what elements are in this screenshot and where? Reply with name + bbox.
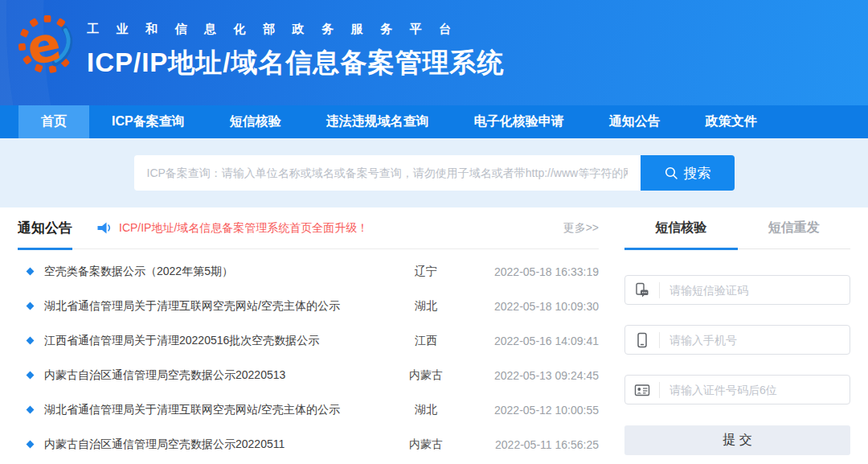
notice-row[interactable]: 江西省通信管理局关于清理20220516批次空壳数据公示 江西 2022-05-… <box>18 323 599 358</box>
notice-row[interactable]: 空壳类备案数据公示（2022年第5期） 辽宁 2022-05-18 16:33:… <box>18 254 599 289</box>
nav-item-e-verify-apply[interactable]: 电子化核验申请 <box>452 105 587 138</box>
mobile-phone-icon <box>625 332 659 348</box>
diamond-bullet-icon <box>27 268 35 276</box>
sms-verify-panel: 短信核验 短信重发 <box>624 207 850 462</box>
id-card-icon <box>625 382 659 398</box>
submit-button[interactable]: 提 交 <box>624 425 850 455</box>
nav-item-sms-verify[interactable]: 短信核验 <box>207 105 304 138</box>
sms-code-field <box>624 275 850 305</box>
sms-form: 提 交 <box>624 249 850 455</box>
notice-item-datetime: 2022-05-11 16:56:25 <box>470 438 599 451</box>
sms-tabs: 短信核验 短信重发 <box>624 207 850 249</box>
notice-row[interactable]: 内蒙古自治区通信管理局空壳数据公示20220511 内蒙古 2022-05-11… <box>18 427 599 462</box>
notice-item-province: 湖北 <box>382 299 470 314</box>
sms-code-input[interactable] <box>660 284 850 297</box>
platform-name: 工业和信息化部政务服务平台 <box>87 22 505 37</box>
announcement-banner[interactable]: ICP/IP地址/域名信息备案管理系统首页全面升级！ <box>96 221 368 236</box>
notice-section-title: 通知公告 <box>18 207 72 250</box>
notice-module: 通知公告 ICP/IP地址/域名信息备案管理系统首页全面升级！ 更多>> 空壳类… <box>18 207 599 462</box>
id-number-input[interactable] <box>660 384 850 396</box>
notice-item-title[interactable]: 空壳类备案数据公示（2022年第5期） <box>44 265 382 279</box>
notice-item-datetime: 2022-05-13 09:24:45 <box>470 369 599 382</box>
nav-item-illegal-domain-query[interactable]: 违法违规域名查询 <box>304 105 452 138</box>
diamond-bullet-icon <box>27 441 35 449</box>
phone-number-field <box>624 325 850 355</box>
sms-message-icon <box>625 282 659 298</box>
more-link[interactable]: 更多>> <box>563 221 599 236</box>
notice-row[interactable]: 湖北省通信管理局关于清理互联网空壳网站/空壳主体的公示 湖北 2022-05-1… <box>18 392 599 427</box>
search-box: 搜索 <box>134 155 735 191</box>
notice-item-title[interactable]: 湖北省通信管理局关于清理互联网空壳网站/空壳主体的公示 <box>44 403 382 417</box>
phone-number-input[interactable] <box>660 334 850 347</box>
page-title: ICP/IP地址/域名信息备案管理系统 <box>87 45 505 81</box>
notice-item-province: 内蒙古 <box>382 437 470 452</box>
search-icon <box>664 166 678 180</box>
notice-header: 通知公告 ICP/IP地址/域名信息备案管理系统首页全面升级！ 更多>> <box>18 207 599 249</box>
notice-item-datetime: 2022-05-18 16:33:19 <box>470 265 599 278</box>
notice-list: 空壳类备案数据公示（2022年第5期） 辽宁 2022-05-18 16:33:… <box>18 249 599 462</box>
notice-row[interactable]: 湖北省通信管理局关于清理互联网空壳网站/空壳主体的公示 湖北 2022-05-1… <box>18 289 599 323</box>
search-button[interactable]: 搜索 <box>641 155 735 191</box>
main-content: 通知公告 ICP/IP地址/域名信息备案管理系统首页全面升级！ 更多>> 空壳类… <box>0 207 868 462</box>
notice-item-datetime: 2022-05-16 14:09:41 <box>470 335 599 347</box>
notice-item-province: 辽宁 <box>382 265 470 279</box>
main-nav: 首页 ICP备案查询 短信核验 违法违规域名查询 电子化核验申请 通知公告 政策… <box>0 105 868 138</box>
nav-item-policy-files[interactable]: 政策文件 <box>683 105 780 138</box>
site-header: e 工业和信息化部政务服务平台 ICP/IP地址/域名信息备案管理系统 <box>0 0 868 105</box>
nav-item-icp-query[interactable]: ICP备案查询 <box>89 105 207 138</box>
notice-item-province: 江西 <box>382 334 470 348</box>
diamond-bullet-icon <box>27 372 35 380</box>
notice-item-province: 内蒙古 <box>382 368 470 383</box>
tab-sms-resend[interactable]: 短信重发 <box>738 207 851 248</box>
nav-item-notices[interactable]: 通知公告 <box>587 105 683 138</box>
notice-item-title[interactable]: 湖北省通信管理局关于清理互联网空壳网站/空壳主体的公示 <box>44 299 382 314</box>
diamond-bullet-icon <box>27 337 35 345</box>
notice-item-datetime: 2022-05-18 10:09:30 <box>470 300 599 313</box>
diamond-bullet-icon <box>27 302 35 310</box>
nav-item-home[interactable]: 首页 <box>18 105 89 138</box>
notice-item-datetime: 2022-05-12 10:00:55 <box>470 404 599 417</box>
search-section: 搜索 <box>0 138 868 207</box>
announcement-text: ICP/IP地址/域名信息备案管理系统首页全面升级！ <box>119 221 368 236</box>
notice-item-title[interactable]: 内蒙古自治区通信管理局空壳数据公示20220513 <box>44 368 382 383</box>
notice-item-title[interactable]: 内蒙古自治区通信管理局空壳数据公示20220511 <box>44 437 382 452</box>
notice-row[interactable]: 内蒙古自治区通信管理局空壳数据公示20220513 内蒙古 2022-05-13… <box>18 358 599 392</box>
speaker-icon <box>96 221 112 235</box>
search-button-label: 搜索 <box>684 164 711 183</box>
notice-item-title[interactable]: 江西省通信管理局关于清理20220516批次空壳数据公示 <box>44 334 382 348</box>
search-input[interactable] <box>134 155 641 191</box>
miit-gear-logo-icon: e <box>16 13 79 76</box>
diamond-bullet-icon <box>27 406 35 414</box>
notice-item-province: 湖北 <box>382 403 470 417</box>
tab-sms-verify[interactable]: 短信核验 <box>624 207 738 248</box>
id-number-field <box>624 375 850 404</box>
